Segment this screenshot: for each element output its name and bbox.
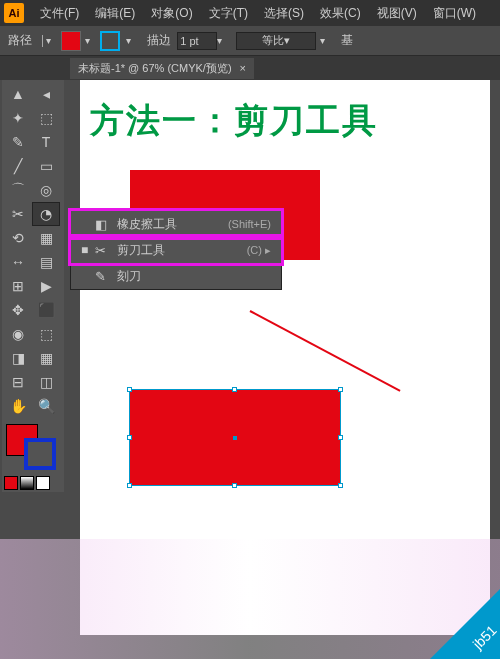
selection-handle[interactable] xyxy=(232,483,237,488)
flyout-label: 橡皮擦工具 xyxy=(117,216,228,233)
document-tab[interactable]: 未标题-1* @ 67% (CMYK/预览) × xyxy=(70,58,254,79)
hand-tool[interactable]: ✋ xyxy=(4,394,32,418)
tool-flyout-menu: ◧ 橡皮擦工具 (Shift+E) ■ ✂ 剪刀工具 (C) ▸ ✎ 刻刀 xyxy=(70,210,282,290)
dropdown-icon[interactable]: ▾ xyxy=(85,35,90,46)
menu-edit[interactable]: 编辑(E) xyxy=(87,5,143,22)
color-picker[interactable] xyxy=(4,422,60,472)
selection-handle[interactable] xyxy=(127,435,132,440)
selected-marker: ■ xyxy=(81,243,89,257)
graph-tool[interactable]: ▦ xyxy=(32,346,60,370)
dropdown-icon[interactable]: ▾ xyxy=(320,35,325,46)
width-tool[interactable]: ↔ xyxy=(4,250,32,274)
color-mode-row xyxy=(4,476,60,490)
flyout-knife-tool[interactable]: ✎ 刻刀 xyxy=(71,263,281,289)
lasso-tool[interactable]: ⬚ xyxy=(32,106,60,130)
symbol-tool[interactable]: ◨ xyxy=(4,346,32,370)
selection-handle[interactable] xyxy=(338,435,343,440)
menu-object[interactable]: 对象(O) xyxy=(143,5,200,22)
knife-icon: ✎ xyxy=(95,269,111,284)
shape-builder-tool[interactable]: ⊞ xyxy=(4,274,32,298)
menu-effect[interactable]: 效果(C) xyxy=(312,5,369,22)
watermark-overlay: jb51 xyxy=(0,539,500,659)
selection-handle[interactable] xyxy=(338,483,343,488)
rotate-tool[interactable]: ⟲ xyxy=(4,226,32,250)
blend-tool[interactable]: ⬚ xyxy=(32,322,60,346)
brush-tool[interactable]: ⌒ xyxy=(4,178,32,202)
profile-dropdown[interactable]: 等比 ▾ xyxy=(236,32,316,50)
selection-tool[interactable]: ▲ xyxy=(4,82,32,106)
red-rectangle-2-selected[interactable] xyxy=(130,390,340,485)
shortcut-label: (C) ▸ xyxy=(247,244,271,257)
eyedropper-tool[interactable]: ◉ xyxy=(4,322,32,346)
pencil-tool[interactable]: ◎ xyxy=(32,178,60,202)
color-mode-fill[interactable] xyxy=(4,476,18,490)
menu-file[interactable]: 文件(F) xyxy=(32,5,87,22)
stroke-weight-input[interactable] xyxy=(177,32,217,50)
mesh-tool[interactable]: ✥ xyxy=(4,298,32,322)
close-icon[interactable]: × xyxy=(240,62,246,74)
fill-swatch[interactable] xyxy=(61,31,81,51)
dropdown-icon[interactable]: ▾ xyxy=(217,35,222,46)
shortcut-label: (Shift+E) xyxy=(228,218,271,230)
dropdown-icon[interactable]: ▾ xyxy=(126,35,131,46)
gradient-tool[interactable]: ⬛ xyxy=(32,298,60,322)
blob-brush-tool[interactable]: ✂ xyxy=(4,202,32,226)
selection-handle[interactable] xyxy=(338,387,343,392)
stroke-color[interactable] xyxy=(24,438,56,470)
document-title: 未标题-1* @ 67% (CMYK/预览) xyxy=(78,61,232,76)
menu-select[interactable]: 选择(S) xyxy=(256,5,312,22)
center-point xyxy=(233,436,237,440)
control-bar: 路径 │▾ ▾ ▾ 描边 ▾ 等比 ▾ ▾ 基 xyxy=(0,26,500,56)
free-transform-tool[interactable]: ▤ xyxy=(32,250,60,274)
color-mode-none[interactable] xyxy=(36,476,50,490)
magic-wand-tool[interactable]: ✦ xyxy=(4,106,32,130)
direct-selection-tool[interactable]: ◂ xyxy=(32,82,60,106)
menu-view[interactable]: 视图(V) xyxy=(369,5,425,22)
zoom-tool[interactable]: 🔍 xyxy=(32,394,60,418)
dropdown-icon[interactable]: │▾ xyxy=(40,35,51,46)
align-label: 基 xyxy=(341,32,353,49)
menu-bar: Ai 文件(F) 编辑(E) 对象(O) 文字(T) 选择(S) 效果(C) 视… xyxy=(0,0,500,26)
flyout-label: 刻刀 xyxy=(117,268,271,285)
menu-type[interactable]: 文字(T) xyxy=(201,5,256,22)
artboard-tool[interactable]: ⊟ xyxy=(4,370,32,394)
selection-type-label: 路径 xyxy=(8,32,32,49)
rectangle-tool[interactable]: ▭ xyxy=(32,154,60,178)
selection-handle[interactable] xyxy=(127,483,132,488)
menu-window[interactable]: 窗口(W) xyxy=(425,5,484,22)
scissors-icon: ✂ xyxy=(95,243,111,258)
flyout-label: 剪刀工具 xyxy=(117,242,247,259)
annotation-arrow xyxy=(250,310,401,392)
slice-tool[interactable]: ◫ xyxy=(32,370,60,394)
stroke-label: 描边 xyxy=(147,32,171,49)
eraser-icon: ◧ xyxy=(95,217,111,232)
pen-tool[interactable]: ✎ xyxy=(4,130,32,154)
stroke-swatch[interactable] xyxy=(100,31,120,51)
ai-logo: Ai xyxy=(4,3,24,23)
flyout-eraser-tool[interactable]: ◧ 橡皮擦工具 (Shift+E) xyxy=(71,211,281,237)
type-tool[interactable]: T xyxy=(32,130,60,154)
selection-handle[interactable] xyxy=(232,387,237,392)
perspective-tool[interactable]: ▶ xyxy=(32,274,60,298)
scale-tool[interactable]: ▦ xyxy=(32,226,60,250)
eraser-tool[interactable]: ◔ xyxy=(32,202,60,226)
flyout-scissors-tool[interactable]: ■ ✂ 剪刀工具 (C) ▸ xyxy=(71,237,281,263)
page-title: 方法一：剪刀工具 xyxy=(80,80,490,144)
document-tab-bar: 未标题-1* @ 67% (CMYK/预览) × xyxy=(0,56,500,80)
color-mode-gradient[interactable] xyxy=(20,476,34,490)
line-tool[interactable]: ╱ xyxy=(4,154,32,178)
selection-handle[interactable] xyxy=(127,387,132,392)
toolbox: ▲ ◂ ✦ ⬚ ✎ T ╱ ▭ ⌒ ◎ ✂ ◔ ⟲ ▦ ↔ ▤ ⊞ ▶ ✥ ⬛ … xyxy=(2,80,64,492)
